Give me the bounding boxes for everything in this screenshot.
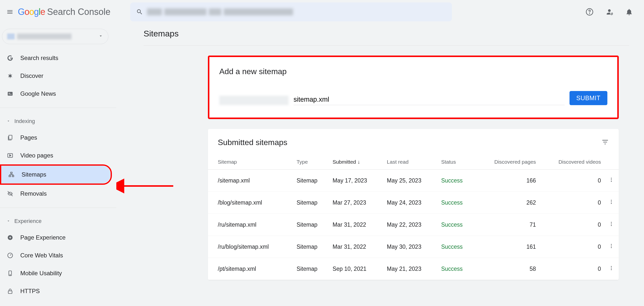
submit-button[interactable]: SUBMIT: [570, 91, 607, 105]
cell-sitemap: /pt/sitemap.xml: [208, 258, 294, 280]
row-more-button[interactable]: [604, 258, 619, 280]
sidebar: Search results Discover Google News Inde…: [0, 24, 116, 300]
help-button[interactable]: [584, 7, 594, 17]
sitemap-icon: [8, 171, 15, 178]
svg-rect-3: [9, 93, 10, 93]
google-g-icon: [6, 54, 14, 62]
row-more-button[interactable]: [604, 236, 619, 258]
svg-point-20: [611, 203, 612, 204]
cell-last-read: May 24, 2023: [384, 192, 438, 214]
sidebar-item-label: Mobile Usability: [20, 270, 62, 277]
eye-off-icon: [6, 190, 14, 197]
chevron-down-icon: [6, 118, 10, 124]
sidebar-item-discover[interactable]: Discover: [0, 67, 112, 85]
cell-last-read: May 25, 2023: [384, 170, 438, 192]
filter-button[interactable]: [602, 138, 609, 147]
cell-status: Success: [438, 192, 475, 214]
col-submitted[interactable]: Submitted↓: [330, 155, 384, 170]
header-actions: [584, 7, 640, 17]
menu-button[interactable]: [4, 6, 16, 18]
table-row[interactable]: /sitemap.xmlSitemapMay 17, 2023May 25, 2…: [208, 170, 619, 192]
col-last-read[interactable]: Last read: [384, 155, 438, 170]
sidebar-section-indexing[interactable]: Indexing: [0, 114, 116, 129]
svg-rect-5: [9, 135, 12, 139]
svg-rect-8: [9, 175, 11, 177]
row-more-button[interactable]: [604, 214, 619, 236]
svg-point-15: [611, 178, 612, 179]
cell-status: Success: [438, 258, 475, 280]
col-discovered-videos[interactable]: Discovered videos: [539, 155, 604, 170]
cell-status: Success: [438, 214, 475, 236]
search-icon: [136, 9, 143, 15]
cell-sitemap: /sitemap.xml: [208, 170, 294, 192]
svg-point-22: [611, 223, 612, 224]
chevron-down-icon: [98, 34, 103, 39]
sidebar-item-removals[interactable]: Removals: [0, 185, 112, 203]
row-more-button[interactable]: [604, 192, 619, 214]
logo-text: Search Console: [47, 7, 110, 17]
col-status[interactable]: Status: [438, 155, 475, 170]
cell-type: Sitemap: [294, 192, 330, 214]
svg-rect-7: [11, 172, 12, 173]
add-sitemap-card: Add a new sitemap SUBMIT: [208, 56, 619, 119]
col-type[interactable]: Type: [294, 155, 330, 170]
svg-point-17: [611, 181, 612, 182]
property-selector[interactable]: [2, 29, 108, 44]
search-placeholder-blur: [147, 9, 293, 15]
sitemap-url-input[interactable]: [294, 95, 564, 105]
svg-point-13: [10, 274, 10, 275]
svg-point-16: [611, 179, 612, 180]
cell-sitemap: /ru/sitemap.xml: [208, 214, 294, 236]
sidebar-item-video-pages[interactable]: Video pages: [0, 146, 112, 165]
sidebar-item-page-experience[interactable]: Page Experience: [0, 229, 112, 246]
sidebar-item-label: Search results: [20, 55, 58, 62]
users-settings-button[interactable]: [604, 7, 614, 17]
cell-type: Sitemap: [294, 258, 330, 280]
cell-videos: 0: [539, 258, 604, 280]
cell-submitted: Mar 27, 2023: [330, 192, 384, 214]
svg-point-27: [611, 266, 612, 267]
cell-status: Success: [438, 170, 475, 192]
url-inspect-search[interactable]: [130, 3, 452, 21]
svg-point-29: [611, 269, 612, 270]
circle-plus-icon: [6, 234, 14, 241]
sidebar-item-search-results[interactable]: Search results: [0, 49, 112, 67]
col-discovered-pages[interactable]: Discovered pages: [475, 155, 539, 170]
cell-sitemap: /ru/blog/sitemap.xml: [208, 236, 294, 258]
sidebar-item-mobile-usability[interactable]: Mobile Usability: [0, 264, 112, 282]
svg-rect-14: [8, 291, 12, 293]
cell-videos: 0: [539, 192, 604, 214]
col-sitemap[interactable]: Sitemap: [208, 155, 294, 170]
url-prefix-blur: [219, 96, 288, 105]
svg-point-24: [611, 244, 612, 245]
cell-pages: 262: [475, 192, 539, 214]
cell-videos: 0: [539, 214, 604, 236]
svg-point-23: [611, 225, 612, 226]
cell-sitemap: /blog/sitemap.xml: [208, 192, 294, 214]
table-row[interactable]: /ru/sitemap.xmlSitemapMar 31, 2022May 22…: [208, 214, 619, 236]
sidebar-section-experience[interactable]: Experience: [0, 214, 116, 229]
row-more-button[interactable]: [604, 170, 619, 192]
sidebar-item-sitemaps[interactable]: Sitemaps: [1, 166, 111, 184]
sidebar-item-core-web-vitals[interactable]: Core Web Vitals: [0, 246, 112, 264]
sitemaps-table: Sitemap Type Submitted↓ Last read Status…: [208, 155, 619, 280]
table-row[interactable]: /blog/sitemap.xmlSitemapMar 27, 2023May …: [208, 192, 619, 214]
sidebar-item-label: Pages: [20, 134, 37, 141]
sidebar-item-pages[interactable]: Pages: [0, 129, 112, 146]
cell-last-read: May 21, 2023: [384, 258, 438, 280]
mobile-icon: [6, 269, 14, 277]
notifications-button[interactable]: [624, 7, 634, 17]
cell-videos: 0: [539, 170, 604, 192]
add-sitemap-title: Add a new sitemap: [219, 67, 607, 76]
sidebar-item-google-news[interactable]: Google News: [0, 85, 112, 103]
sidebar-item-label: Core Web Vitals: [20, 252, 63, 259]
svg-point-1: [589, 13, 590, 14]
table-row[interactable]: /pt/sitemap.xmlSitemapSep 10, 2021May 21…: [208, 258, 619, 280]
cell-submitted: Mar 31, 2022: [330, 214, 384, 236]
news-icon: [6, 90, 14, 97]
chevron-down-icon: [6, 218, 10, 224]
cell-type: Sitemap: [294, 170, 330, 192]
table-row[interactable]: /ru/blog/sitemap.xmlSitemapMar 31, 2022M…: [208, 236, 619, 258]
sidebar-item-https[interactable]: HTTPS: [0, 282, 112, 300]
logo[interactable]: Google Search Console: [18, 7, 110, 17]
